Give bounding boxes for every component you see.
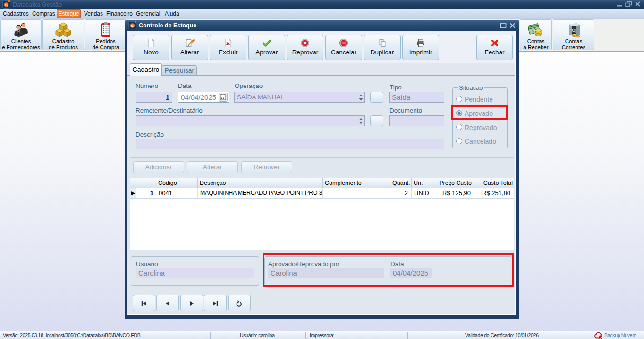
svg-text:S: S (5, 3, 8, 7)
svg-text:S: S (131, 24, 134, 28)
